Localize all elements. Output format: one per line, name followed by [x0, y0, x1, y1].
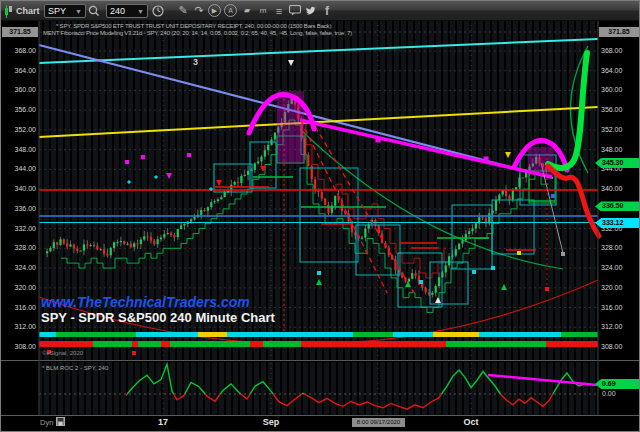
interval-combo[interactable]: 240 ▼ [106, 4, 148, 18]
chart-plot-area[interactable] [39, 21, 598, 415]
symbol-lookup-button[interactable] [86, 3, 101, 18]
x-axis-label-Oct: Oct [463, 417, 478, 427]
crosshair-date-tag: 8:00 09/17/2020 [352, 418, 405, 427]
y-axis-label-right: 320.00 [601, 284, 622, 292]
dyn-mode-button[interactable]: Dyn [40, 418, 53, 427]
interval-clock-button[interactable] [150, 3, 165, 18]
y-axis-label-right: 368.00 [601, 47, 622, 55]
indicator-value-tag: 0.69 [595, 379, 639, 389]
chevron-down-icon: ▼ [137, 8, 144, 15]
chart-tab-label[interactable]: Chart [16, 1, 40, 21]
app-window: Chart SPY ▼ 240 ▼ ✎↷▶A▰m≡f 3 * SPY, SPDR… [0, 0, 640, 432]
y-axis-label-left: 352.00 [5, 126, 36, 134]
y-axis-label-left: 320.00 [5, 284, 36, 292]
symbol-combo[interactable]: SPY ▼ [44, 4, 86, 18]
price-tag-333.12: 333.12 [595, 218, 639, 228]
chart-heading: SPY - SPDR S&P500 240 Minute Chart [41, 310, 275, 325]
y-axis-label-left: 344.00 [5, 165, 36, 173]
chart-title-line2: MENT Fibonacci Price Modeling V3.21d - S… [43, 30, 352, 37]
toolbar: Chart SPY ▼ 240 ▼ ✎↷▶A▰m≡f [1, 1, 639, 21]
y-axis-label-right: 364.00 [601, 67, 622, 75]
copyright-label: ©eSignal, 2020 [42, 350, 83, 356]
y-axis-label-left: 308.00 [5, 343, 36, 351]
y-axis-label-left: 316.00 [5, 304, 36, 312]
twitter-bird-icon[interactable] [304, 3, 318, 18]
y-axis-label-right: 324.00 [601, 264, 622, 272]
watermark-link[interactable]: www.TheTechnicalTraders.com [41, 294, 250, 310]
facebook-icon[interactable]: f [320, 3, 334, 18]
y-axis-label-left: 324.00 [5, 264, 36, 272]
y-axis-label-right: 328.00 [601, 244, 622, 252]
x-axis-label-17: 17 [158, 417, 168, 427]
chart-title-line1: * SPY, SPDR S&P500 ETF TRUST TRUST UNIT … [43, 23, 352, 30]
y-axis-label-right: 360.00 [601, 86, 622, 94]
y-axis-label-left: 332.00 [5, 225, 36, 233]
y-axis-label-right: 348.00 [601, 146, 622, 154]
play-icon[interactable]: ▶ [208, 4, 221, 17]
y-axis-label-left: 328.00 [5, 244, 36, 252]
price-tag-345.30: 345.30 [595, 158, 639, 168]
news-list-icon[interactable]: ≡ [272, 3, 286, 18]
marker-m-icon[interactable]: m [256, 3, 270, 18]
chart-tab-icon [4, 1, 13, 21]
y-axis-label-left: 360.00 [5, 86, 36, 94]
y-axis-label-left: 336.00 [5, 205, 36, 213]
price-tag-336.50: 336.50 [595, 201, 639, 211]
y-axis-label-left: 340.00 [5, 185, 36, 193]
top-value-tag-left: 371.85 [2, 27, 38, 37]
y-axis-label-left: 356.00 [5, 106, 36, 114]
y-axis-label-right: 340.00 [601, 185, 622, 193]
alerts-icon[interactable]: A [224, 4, 237, 17]
y-axis-label-left: 364.00 [5, 67, 36, 75]
redo-curve-icon[interactable]: ↷ [192, 3, 206, 18]
indicator-label: * BLM ROC 2 - SPY, 240 [42, 365, 108, 371]
status-bar: Dyn [40, 417, 65, 428]
top-value-tag-right: 371.85 [599, 27, 639, 37]
y-axis-label-right: 352.00 [601, 126, 622, 134]
y-axis-label-right: 308.00 [601, 343, 622, 351]
draw-pencil-icon[interactable]: ✎ [176, 3, 190, 18]
interval-value: 240 [110, 6, 125, 16]
eraser-icon[interactable]: ▰ [240, 3, 254, 18]
x-axis-label-Sep: Sep [263, 417, 280, 427]
chat-bubble-icon[interactable] [288, 3, 302, 18]
y-axis-label-right: 356.00 [601, 106, 622, 114]
chart-titles: * SPY, SPDR S&P500 ETF TRUST TRUST UNIT … [43, 23, 352, 37]
y-axis-label-left: 368.00 [5, 47, 36, 55]
y-axis-label-left: 312.00 [5, 323, 36, 331]
save-layout-icon[interactable] [56, 417, 65, 428]
chevron-down-icon: ▼ [75, 8, 82, 15]
symbol-value: SPY [48, 6, 66, 16]
indicator-zero-label: 0.00 [602, 390, 616, 397]
y-axis-label-left: 348.00 [5, 146, 36, 154]
y-axis-label-right: 316.00 [601, 304, 622, 312]
y-axis-label-right: 312.00 [601, 323, 622, 331]
